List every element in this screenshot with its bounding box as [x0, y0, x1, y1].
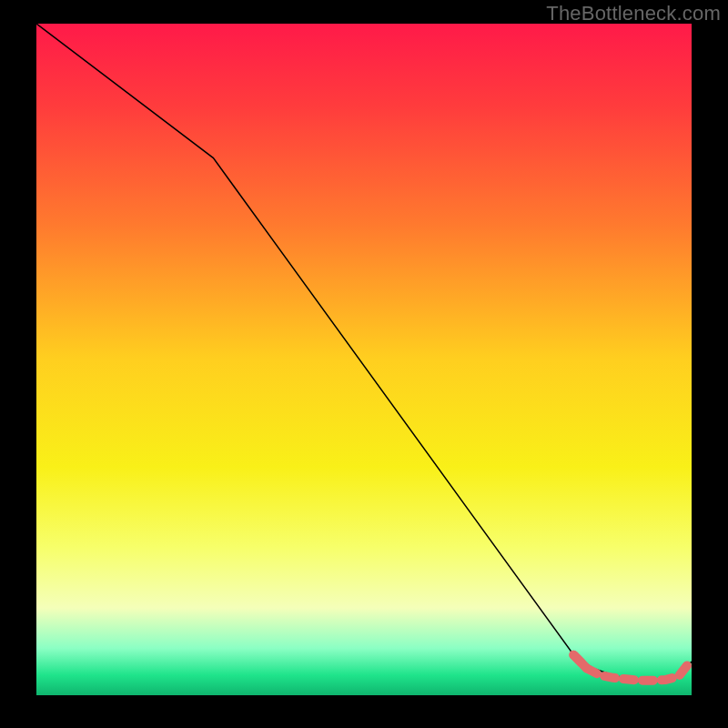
- gradient-rect: [36, 24, 692, 695]
- watermark-text: TheBottleneck.com: [546, 2, 721, 25]
- end-marker: [682, 662, 692, 671]
- bottleneck-chart: [36, 24, 692, 695]
- chart-svg: [36, 24, 692, 695]
- chart-frame: TheBottleneck.com: [0, 0, 728, 728]
